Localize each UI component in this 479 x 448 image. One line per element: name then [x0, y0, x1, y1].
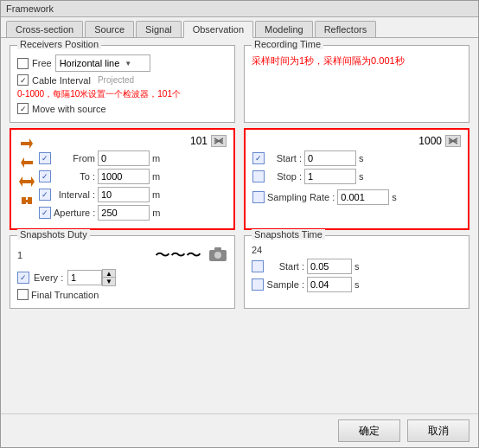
aperture-input[interactable] — [98, 205, 150, 221]
final-truncation-checkbox[interactable] — [17, 289, 29, 300]
cable-interval-row: Cable Interval Projected — [17, 74, 227, 86]
receivers-inner: 101 From m To — [18, 135, 227, 223]
tab-modeling[interactable]: Modeling — [255, 21, 313, 37]
every-input[interactable] — [67, 270, 102, 285]
every-row: Every : ▲ ▼ — [17, 269, 227, 286]
snap-start-row: Start : s — [252, 259, 462, 274]
window-title: Framework — [6, 3, 54, 14]
snap-time-header: 24 — [252, 245, 462, 255]
sidebar-icons — [18, 135, 35, 223]
free-checkbox[interactable] — [17, 58, 29, 69]
svg-marker-1 — [29, 138, 33, 149]
confirm-button[interactable]: 确定 — [338, 419, 400, 442]
rec-stop-checkbox[interactable] — [252, 170, 265, 182]
move-with-source-label: Move with source — [32, 104, 106, 114]
to-unit: m — [152, 171, 166, 182]
tab-source[interactable]: Source — [85, 21, 134, 37]
every-down-btn[interactable]: ▼ — [103, 278, 115, 285]
receivers-count-icon[interactable] — [211, 135, 227, 147]
rec-start-input[interactable] — [304, 150, 356, 166]
sampling-rate-input[interactable] — [337, 189, 389, 205]
red-annotation: 0-1000，每隔10米设置一个检波器，101个 — [17, 88, 181, 100]
snapshots-time-group: Snapshots Time 24 Start : s Sample : — [244, 235, 469, 309]
snap-sample-checkbox[interactable] — [252, 278, 264, 291]
snap-start-input[interactable] — [307, 259, 352, 274]
snap-start-label: Start : — [266, 261, 304, 272]
snapshots-duty-content: 1 〜〜〜 Every : — [17, 245, 227, 300]
content-area: Receivers Position Free Horizontal line … — [1, 38, 478, 413]
cable-interval-checkbox[interactable] — [17, 74, 29, 86]
recording-time-group: Recording Time 采样时间为1秒，采样间隔为0.001秒 — [244, 45, 469, 123]
interval-label: Interval : — [54, 189, 95, 200]
sampling-rate-row: Sampling Rate : s — [252, 189, 461, 205]
from-label: From — [54, 153, 95, 163]
snap-time-count: 24 — [252, 245, 262, 255]
icon-arrow-right[interactable] — [18, 135, 35, 152]
icon-receiver[interactable] — [18, 192, 35, 209]
snapshots-duty-title: Snapshots Duty — [17, 229, 90, 240]
to-label: To : — [54, 171, 95, 182]
snap-sample-input[interactable] — [307, 277, 352, 292]
final-truncation-row: Final Truncation — [17, 289, 227, 300]
free-label: Free — [32, 58, 52, 68]
icon-arrows-both[interactable] — [18, 173, 35, 190]
from-checkbox[interactable] — [39, 152, 51, 164]
recording-count-icon[interactable] — [445, 135, 461, 147]
move-with-source-row: Move with source — [17, 103, 227, 114]
title-bar: Framework — [1, 1, 478, 17]
red-annotation-row: 0-1000，每隔10米设置一个检波器，101个 — [17, 88, 227, 100]
tab-bar: Cross-section Source Signal Observation … — [1, 17, 478, 38]
snap-sample-unit: s — [354, 279, 368, 290]
snapshots-time-content: 24 Start : s Sample : s — [252, 245, 462, 292]
svg-rect-2 — [24, 161, 33, 164]
middle-section: 101 From m To — [10, 128, 469, 230]
interval-input[interactable] — [98, 187, 150, 202]
rec-start-label: Start : — [267, 153, 302, 163]
tab-cross-section[interactable]: Cross-section — [6, 21, 83, 37]
free-row: Free Horizontal line — [17, 54, 227, 72]
receivers-position-group: Receivers Position Free Horizontal line … — [10, 45, 235, 123]
wave-icon: 〜〜〜 — [155, 245, 201, 266]
recording-time-content: 采样时间为1秒，采样间隔为0.001秒 — [252, 54, 462, 67]
sampling-rate-section: Sampling Rate : s — [252, 189, 461, 205]
tab-reflectors[interactable]: Reflectors — [315, 21, 377, 37]
snap-start-checkbox[interactable] — [252, 260, 264, 272]
svg-marker-3 — [21, 157, 24, 168]
svg-marker-5 — [19, 176, 22, 187]
from-input[interactable] — [98, 150, 150, 166]
interval-row: Interval : m — [39, 187, 227, 202]
rec-stop-label: Stop : — [267, 171, 302, 182]
svg-rect-0 — [21, 142, 29, 145]
move-with-source-checkbox[interactable] — [17, 103, 29, 114]
sampling-rate-checkbox[interactable] — [252, 191, 265, 203]
footer: 确定 取消 — [1, 413, 478, 447]
recording-fields-box: 1000 Start : s Stop : s — [244, 128, 469, 230]
every-spinner-buttons: ▲ ▼ — [102, 269, 116, 286]
receivers-position-content: Free Horizontal line Cable Interval Proj… — [17, 54, 227, 114]
to-checkbox[interactable] — [39, 170, 51, 182]
aperture-checkbox[interactable] — [39, 207, 51, 219]
icon-arrow-left[interactable] — [18, 154, 35, 171]
rec-stop-row: Stop : s — [252, 169, 461, 184]
tab-observation[interactable]: Observation — [183, 21, 253, 38]
from-row: From m — [39, 150, 227, 166]
snapshots-time-title: Snapshots Time — [252, 229, 325, 240]
snapshots-duty-group: Snapshots Duty 1 〜〜〜 Every : — [10, 235, 235, 309]
dropdown-horizontal[interactable]: Horizontal line — [55, 54, 150, 72]
recording-time-annotation: 采样时间为1秒，采样间隔为0.001秒 — [252, 55, 405, 66]
rec-start-checkbox[interactable] — [252, 152, 265, 164]
framework-window: Framework Cross-section Source Signal Ob… — [0, 0, 479, 448]
rec-stop-input[interactable] — [304, 169, 356, 184]
interval-checkbox[interactable] — [39, 189, 51, 201]
every-up-btn[interactable]: ▲ — [103, 270, 115, 278]
tab-signal[interactable]: Signal — [136, 21, 182, 37]
aperture-unit: m — [152, 208, 166, 218]
snap-duty-count: 1 — [17, 250, 22, 260]
cancel-button[interactable]: 取消 — [407, 419, 469, 442]
to-input[interactable] — [98, 169, 150, 184]
snap-start-unit: s — [354, 261, 368, 272]
snap-duty-header: 1 〜〜〜 — [17, 245, 227, 266]
aperture-label: Aperture : — [54, 208, 95, 218]
every-checkbox[interactable] — [17, 272, 29, 284]
bottom-section: Snapshots Duty 1 〜〜〜 Every : — [10, 235, 469, 309]
